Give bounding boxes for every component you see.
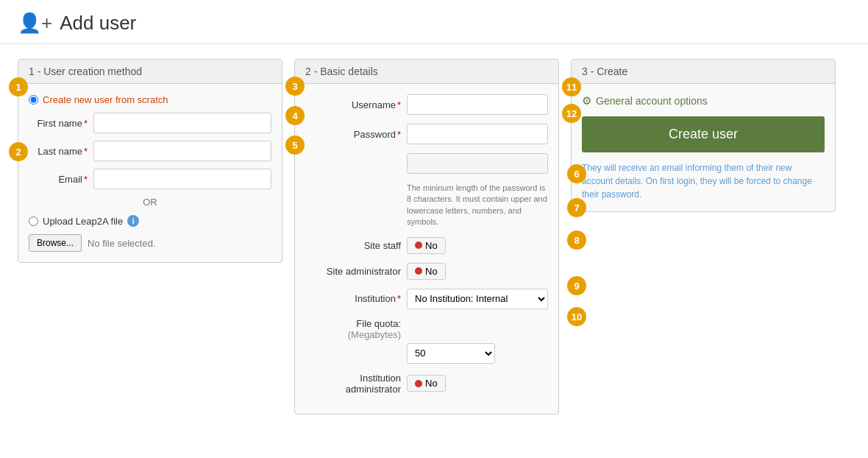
password-row: Password*: [305, 124, 548, 144]
page-header: 👤+ Add user: [0, 0, 868, 44]
panel-user-creation: 1 2 1 - User creation method Create new …: [18, 59, 282, 263]
panel-basic-details: 3 4 5 6 7 8 9 10 2 - Basic details Usern…: [294, 59, 559, 415]
first-name-row: First name*: [29, 113, 271, 133]
site-admin-row: Site administrator No: [305, 263, 548, 280]
email-label: Email*: [29, 174, 88, 185]
badge-11: 11: [562, 77, 581, 96]
panel1-body: Create new user from scratch First name*…: [18, 84, 282, 262]
last-name-input[interactable]: [93, 141, 271, 161]
create-new-radio[interactable]: [29, 95, 38, 105]
panel2-header: 2 - Basic details: [295, 60, 558, 84]
create-user-button[interactable]: Create user: [582, 116, 825, 152]
gear-icon: ⚙: [582, 94, 591, 108]
last-name-row: Last name*: [29, 141, 271, 161]
badge-5: 5: [285, 135, 305, 155]
password-confirm-input[interactable]: [407, 153, 548, 174]
file-quota-row: File quota: (Megabytes) 50: [305, 318, 548, 364]
file-quota-label: File quota: (Megabytes): [305, 318, 401, 340]
institution-label: Institution*: [305, 293, 401, 304]
last-name-label: Last name*: [29, 146, 88, 157]
add-user-icon: 👤+: [18, 12, 52, 35]
first-name-label: First name*: [29, 118, 88, 129]
badge-7: 7: [567, 198, 586, 217]
password-label: Password*: [305, 129, 401, 140]
badge-9: 9: [567, 276, 586, 295]
badge-2: 2: [9, 142, 28, 161]
site-staff-value: No: [425, 240, 438, 251]
general-options-label: General account options: [596, 95, 708, 107]
site-admin-label: Site administrator: [305, 266, 401, 277]
or-divider: OR: [29, 197, 271, 208]
inst-admin-dot: [415, 380, 422, 387]
institution-select[interactable]: No Institution: Internal: [407, 289, 548, 309]
panel3-header: 3 - Create: [572, 60, 835, 84]
quota-select[interactable]: 50: [407, 343, 495, 364]
site-staff-row: Site staff No: [305, 237, 548, 254]
main-content: 1 2 1 - User creation method Create new …: [0, 44, 868, 429]
browse-button[interactable]: Browse...: [29, 234, 82, 252]
panel-create: 11 12 3 - Create ⚙ General account optio…: [571, 59, 836, 212]
quota-select-row: 50: [407, 343, 548, 364]
badge-4: 4: [285, 106, 305, 125]
page-title: Add user: [60, 12, 136, 35]
site-admin-toggle[interactable]: No: [407, 263, 446, 280]
upload-file-row: Browse... No file selected.: [29, 234, 271, 252]
badge-8: 8: [567, 230, 586, 250]
create-new-label: Create new user from scratch: [43, 94, 168, 105]
info-icon[interactable]: i: [127, 215, 139, 227]
badge-10: 10: [567, 307, 586, 326]
username-label: Username*: [305, 99, 401, 110]
site-staff-toggle[interactable]: No: [407, 237, 446, 254]
file-quota-sub: (Megabytes): [348, 329, 401, 340]
badge-1: 1: [9, 77, 28, 96]
upload-row: Upload Leap2A file i: [29, 215, 271, 227]
panel2-body: Username* Password* The mininum length o…: [295, 84, 558, 414]
site-admin-dot: [415, 267, 422, 275]
inst-admin-label: Institution administrator: [305, 373, 401, 395]
first-name-input[interactable]: [93, 113, 271, 133]
password-hint: The mininum length of the password is 8 …: [407, 183, 548, 228]
inst-admin-value: No: [425, 378, 438, 389]
upload-label: Upload Leap2A file: [43, 216, 123, 227]
badge-3: 3: [285, 77, 305, 96]
site-staff-dot: [415, 242, 422, 249]
create-new-row: Create new user from scratch: [29, 94, 271, 105]
email-row: Email*: [29, 169, 271, 189]
create-user-info: They will receive an email informing the…: [582, 161, 825, 201]
institution-row: Institution* No Institution: Internal: [305, 289, 548, 309]
password-confirm-row: [305, 153, 548, 174]
username-input[interactable]: [407, 94, 548, 115]
site-admin-value: No: [425, 266, 438, 277]
panel1-header: 1 - User creation method: [18, 60, 282, 84]
password-input[interactable]: [407, 124, 548, 144]
badge-6: 6: [567, 164, 586, 183]
username-row: Username*: [305, 94, 548, 115]
site-staff-label: Site staff: [305, 240, 401, 251]
panel3-body: ⚙ General account options Create user Th…: [572, 84, 835, 211]
file-quota-label-row: File quota: (Megabytes): [305, 318, 548, 340]
no-file-text: No file selected.: [88, 238, 156, 249]
badge-12: 12: [562, 104, 581, 123]
inst-admin-row: Institution administrator No: [305, 373, 548, 395]
email-input[interactable]: [93, 169, 271, 189]
upload-radio[interactable]: [29, 216, 38, 226]
general-options-link[interactable]: ⚙ General account options: [582, 94, 825, 108]
inst-admin-toggle[interactable]: No: [407, 375, 446, 392]
